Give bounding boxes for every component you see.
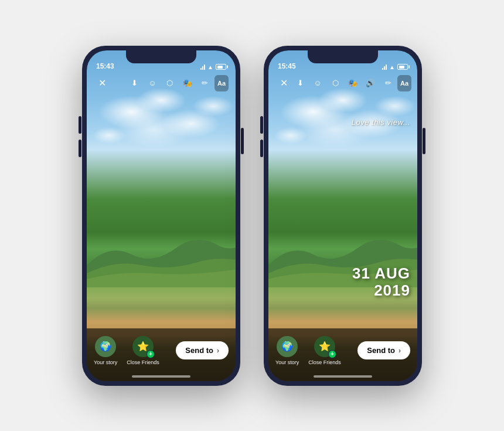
- your-story-option-2[interactable]: 🌍 Your story: [275, 336, 299, 365]
- pen-button-2[interactable]: ✏: [380, 75, 396, 91]
- phones-container: 15:43 ▲: [82, 46, 422, 386]
- caption-overlay: Love this view...: [352, 118, 410, 127]
- phone-2-side-volume-up: [260, 116, 263, 134]
- audio-button-2[interactable]: 🔊: [362, 75, 379, 91]
- plus-badge-1: +: [147, 350, 155, 358]
- link-button-1[interactable]: ⬡: [162, 75, 178, 91]
- link-button-2[interactable]: ⬡: [327, 75, 343, 91]
- toolbar-left-1: ✕: [94, 75, 110, 91]
- sticker-button-1[interactable]: 🎭: [179, 75, 196, 91]
- signal-icon-2: [382, 64, 387, 70]
- emoji-button-2[interactable]: ☺: [309, 75, 326, 91]
- phone-2: Love this view... 31 AUG 2019 15:45 ▲: [264, 46, 422, 386]
- close-friends-avatar-1: ⭐ +: [132, 336, 154, 357]
- toolbar-right-2: ⬇ ☺ ⬡ 🎭 🔊 ✏ Aa: [292, 75, 411, 91]
- send-to-button-2[interactable]: Send to ›: [357, 341, 410, 359]
- close-friends-avatar-2: ⭐ +: [314, 336, 335, 357]
- toolbar-left-2: ✕: [275, 75, 292, 91]
- download-button-1[interactable]: ⬇: [127, 75, 143, 91]
- sticker-button-2[interactable]: 🎭: [345, 75, 361, 91]
- battery-fill-1: [217, 66, 223, 69]
- phone-side-volume-up: [79, 116, 81, 134]
- date-line2: 2019: [352, 282, 410, 299]
- status-icons-1: ▲: [200, 64, 226, 70]
- phone-2-side-power: [423, 128, 425, 154]
- your-story-label-2: Your story: [275, 359, 299, 365]
- story-options-2: 🌍 Your story ⭐ + Close Friends: [275, 336, 341, 365]
- phone-side-volume-down: [79, 140, 81, 157]
- text-button-2[interactable]: Aa: [397, 75, 411, 91]
- bottom-bar-1: 🌍 Your story ⭐ + Close Friends Send to: [87, 328, 236, 381]
- pen-button-1[interactable]: ✏: [197, 75, 213, 91]
- date-line1: 31 AUG: [352, 265, 410, 282]
- phone-2-inner: Love this view... 31 AUG 2019 15:45 ▲: [268, 50, 417, 381]
- download-button-2[interactable]: ⬇: [292, 75, 308, 91]
- your-story-avatar-1: 🌍: [95, 336, 116, 357]
- your-story-avatar-2: 🌍: [277, 336, 298, 357]
- home-indicator-1: [132, 375, 190, 378]
- close-button-2[interactable]: ✕: [275, 75, 292, 91]
- phone-1: 15:43 ▲: [82, 46, 240, 386]
- date-overlay: 31 AUG 2019: [352, 265, 410, 298]
- status-time-1: 15:43: [96, 62, 114, 70]
- close-friends-option-1[interactable]: ⭐ + Close Friends: [127, 336, 159, 365]
- close-friends-option-2[interactable]: ⭐ + Close Friends: [308, 336, 341, 365]
- text-button-1[interactable]: Aa: [214, 75, 229, 91]
- home-indicator-2: [314, 375, 372, 378]
- phone-2-side-volume-down: [260, 140, 263, 157]
- phone-side-power: [241, 128, 244, 154]
- status-time-2: 15:45: [278, 62, 296, 70]
- your-story-option-1[interactable]: 🌍 Your story: [94, 336, 117, 365]
- toolbar-right-1: ⬇ ☺ ⬡ 🎭 ✏ Aa: [127, 75, 229, 91]
- battery-body-2: [397, 64, 408, 70]
- battery-fill-2: [399, 66, 405, 69]
- send-to-label-2: Send to: [367, 346, 395, 355]
- send-to-arrow-2: ›: [399, 347, 401, 355]
- battery-icon-1: [216, 64, 226, 70]
- send-to-arrow-1: ›: [217, 347, 219, 355]
- emoji-button-1[interactable]: ☺: [144, 75, 161, 91]
- close-button-1[interactable]: ✕: [94, 75, 110, 91]
- toolbar-1: ✕ ⬇ ☺ ⬡ 🎭 ✏ Aa: [87, 75, 236, 91]
- bottom-bar-2: 🌍 Your story ⭐ + Close Friends Send to: [268, 328, 417, 381]
- send-to-label-1: Send to: [185, 346, 213, 355]
- wifi-icon-2: ▲: [389, 64, 395, 70]
- notch-1: [126, 50, 196, 63]
- phone-1-inner: 15:43 ▲: [87, 50, 236, 381]
- story-options-1: 🌍 Your story ⭐ + Close Friends: [94, 336, 159, 365]
- battery-body-1: [216, 64, 226, 70]
- toolbar-2: ✕ ⬇ ☺ ⬡ 🎭 🔊 ✏ Aa: [268, 75, 417, 91]
- battery-icon-2: [397, 64, 408, 70]
- signal-icon-1: [200, 64, 205, 70]
- close-friends-label-2: Close Friends: [308, 359, 341, 365]
- close-friends-label-1: Close Friends: [127, 359, 159, 365]
- send-to-button-1[interactable]: Send to ›: [176, 341, 229, 359]
- your-story-label-1: Your story: [94, 359, 117, 365]
- plus-badge-2: +: [328, 350, 336, 358]
- notch-2: [308, 50, 378, 63]
- wifi-icon-1: ▲: [207, 64, 213, 70]
- status-icons-2: ▲: [382, 64, 408, 70]
